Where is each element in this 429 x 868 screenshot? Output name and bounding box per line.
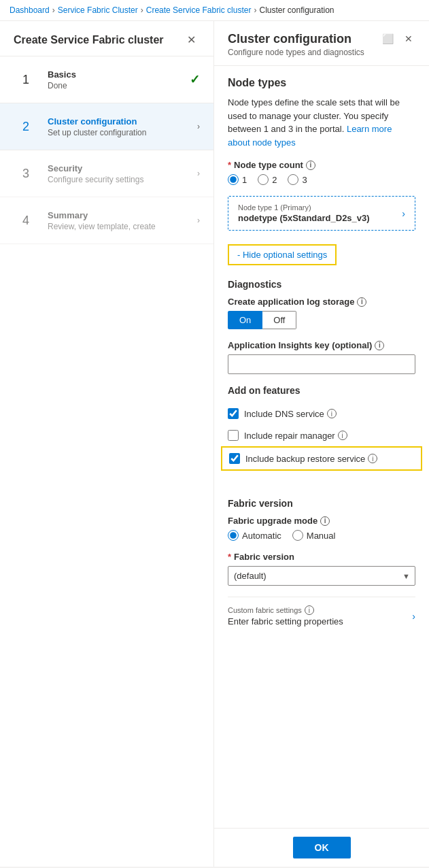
log-storage-label: Create application log storage i (228, 297, 415, 307)
upgrade-mode-radio-automatic[interactable] (228, 530, 239, 541)
custom-fabric-settings-title: Custom fabric settings i (228, 605, 343, 615)
node-count-radio-3[interactable]: 3 (288, 174, 307, 185)
steps-list: 1 Basics Done ✓ 2 Cluster configuration … (0, 56, 213, 244)
upgrade-mode-manual[interactable]: Manual (292, 530, 336, 541)
node-type-chevron-icon: › (402, 208, 405, 219)
repair-manager-checkbox[interactable] (228, 430, 239, 441)
backup-restore-checkbox[interactable] (229, 453, 240, 464)
node-type-count-field: * Node type count i 1 2 3 (228, 160, 415, 185)
addon-features-title: Add on features (228, 385, 415, 396)
custom-fabric-settings-subtitle: Enter fabric setting properties (228, 616, 343, 627)
fabric-version-field: * Fabric version (default) ▼ (228, 552, 415, 586)
node-count-radio-input-1[interactable] (228, 174, 239, 185)
panel-controls: ⬜ ✕ (379, 32, 415, 46)
upgrade-mode-field: Fabric upgrade mode i Automatic Manual (228, 516, 415, 541)
dns-service-info-icon[interactable]: i (327, 409, 337, 418)
node-types-section: Node types Node types define the scale s… (228, 77, 415, 149)
step-4-number: 4 (14, 208, 38, 233)
upgrade-mode-automatic[interactable]: Automatic (228, 530, 281, 541)
breadcrumb-service-fabric[interactable]: Service Fabric Cluster (58, 5, 138, 15)
upgrade-mode-automatic-label: Automatic (242, 531, 281, 541)
dns-service-checkbox[interactable] (228, 408, 239, 419)
node-types-description: Node types define the scale sets that wi… (228, 96, 415, 149)
node-type-1-value: nodetype (5xStandard_D2s_v3) (238, 213, 370, 223)
repair-manager-info-icon[interactable]: i (338, 431, 347, 440)
upgrade-mode-label: Fabric upgrade mode i (228, 516, 415, 526)
left-panel-title: Create Service Fabric cluster (14, 34, 164, 46)
backup-restore-checkbox-item[interactable]: Include backup restore service i (221, 446, 422, 471)
bottom-bar: OK (214, 828, 429, 867)
hide-optional-settings-button[interactable]: - Hide optional settings (228, 244, 337, 265)
left-panel-close-button[interactable]: ✕ (183, 32, 200, 48)
node-count-info-icon[interactable]: i (306, 161, 315, 170)
node-count-label-1: 1 (242, 175, 247, 185)
step-4-sublabel: Review, view template, create (48, 222, 197, 231)
fabric-version-title: Fabric version (228, 498, 415, 509)
node-type-1-box[interactable]: Node type 1 (Primary) nodetype (5xStanda… (228, 196, 415, 231)
breadcrumb-sep-2: › (141, 5, 143, 15)
step-1-basics[interactable]: 1 Basics Done ✓ (0, 56, 213, 103)
right-panel-subtitle: Configure node types and diagnostics (228, 48, 364, 57)
breadcrumb-dashboard[interactable]: Dashboard (10, 5, 50, 15)
log-storage-info-icon[interactable]: i (357, 297, 366, 307)
maximize-button[interactable]: ⬜ (379, 32, 396, 46)
log-storage-on-button[interactable]: On (228, 311, 262, 329)
step-1-info: Basics Done (48, 69, 190, 90)
step-3-security: 3 Security Configure security settings › (0, 150, 213, 197)
breadcrumb-sep-1: › (52, 5, 55, 15)
step-1-checkmark: ✓ (190, 72, 200, 87)
step-2-info: Cluster configuration Set up cluster con… (48, 116, 197, 137)
fabric-version-select[interactable]: (default) (228, 566, 415, 586)
breadcrumb-create[interactable]: Create Service Fabric cluster (146, 5, 252, 15)
node-type-1-title: Node type 1 (Primary) (238, 203, 370, 212)
step-4-info: Summary Review, view template, create (48, 210, 197, 231)
log-storage-field: Create application log storage i On Off (228, 297, 415, 329)
main-layout: Create Service Fabric cluster ✕ 1 Basics… (0, 21, 429, 867)
right-panel: Cluster configuration Configure node typ… (214, 21, 429, 867)
node-count-radio-1[interactable]: 1 (228, 174, 247, 185)
log-storage-toggle: On Off (228, 311, 415, 329)
fabric-version-required-star: * (228, 552, 231, 562)
backup-restore-info-icon[interactable]: i (368, 454, 377, 463)
breadcrumb: Dashboard › Service Fabric Cluster › Cre… (0, 0, 429, 21)
diagnostics-section: Diagnostics Create application log stora… (228, 279, 415, 374)
close-panel-button[interactable]: ✕ (402, 32, 415, 46)
dns-service-label: Include DNS service i (244, 409, 337, 419)
fabric-version-label: * Fabric version (228, 552, 415, 562)
step-1-number: 1 (14, 67, 38, 92)
node-count-radio-input-3[interactable] (288, 174, 298, 185)
node-count-label-2: 2 (272, 175, 277, 185)
step-4-summary: 4 Summary Review, view template, create … (0, 197, 213, 244)
right-panel-title: Cluster configuration (228, 32, 364, 46)
custom-fabric-settings-info: Custom fabric settings i Enter fabric se… (228, 605, 343, 627)
repair-manager-checkbox-item[interactable]: Include repair manager i (228, 424, 415, 446)
upgrade-mode-radio-manual[interactable] (292, 530, 303, 541)
step-3-number: 3 (14, 161, 38, 186)
step-2-chevron: › (197, 122, 200, 131)
node-count-radio-input-2[interactable] (258, 174, 269, 185)
step-3-sublabel: Configure security settings (48, 175, 197, 184)
upgrade-mode-info-icon[interactable]: i (320, 516, 330, 526)
step-2-sublabel: Set up cluster configuration (48, 128, 197, 137)
backup-restore-label: Include backup restore service i (245, 454, 377, 464)
custom-fabric-info-icon[interactable]: i (305, 605, 314, 615)
diagnostics-title: Diagnostics (228, 279, 415, 290)
log-storage-off-button[interactable]: Off (262, 311, 296, 329)
breadcrumb-current: Cluster configuration (259, 5, 334, 15)
step-2-label: Cluster configuration (48, 116, 197, 127)
fabric-version-dropdown-wrapper: (default) ▼ (228, 566, 415, 586)
dns-service-checkbox-item[interactable]: Include DNS service i (228, 403, 415, 424)
custom-fabric-settings-row[interactable]: Custom fabric settings i Enter fabric se… (228, 597, 415, 635)
required-star: * (228, 160, 231, 170)
breadcrumb-sep-3: › (254, 5, 256, 15)
node-count-radio-2[interactable]: 2 (258, 174, 277, 185)
step-4-chevron: › (197, 216, 200, 225)
step-2-cluster-config[interactable]: 2 Cluster configuration Set up cluster c… (0, 103, 213, 150)
step-3-label: Security (48, 163, 197, 173)
node-type-count-label: * Node type count i (228, 160, 415, 170)
insights-key-info-icon[interactable]: i (375, 341, 384, 350)
ok-button[interactable]: OK (293, 837, 351, 858)
insights-key-input[interactable] (228, 354, 415, 374)
node-type-1-info: Node type 1 (Primary) nodetype (5xStanda… (238, 203, 370, 223)
step-1-sublabel: Done (48, 81, 190, 90)
